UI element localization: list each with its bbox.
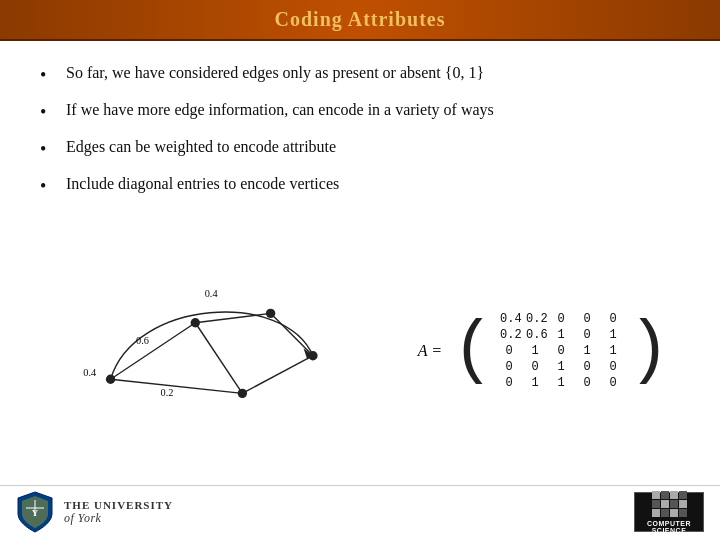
matrix-cell: 0 bbox=[604, 360, 622, 374]
matrix-cell: 0 bbox=[578, 376, 596, 390]
matrix-row: 01100 bbox=[500, 376, 622, 390]
title-text: Coding Attributes bbox=[275, 8, 446, 30]
matrix-label: A = bbox=[418, 342, 442, 360]
matrix-row: 01011 bbox=[500, 344, 622, 358]
svg-line-7 bbox=[195, 323, 242, 394]
matrix-row: 0.20.6101 bbox=[500, 328, 622, 342]
bullet-dot: • bbox=[40, 62, 58, 88]
matrix-cell: 0 bbox=[526, 360, 544, 374]
matrix-data: 0.40.20000.20.6101010110010001100 bbox=[500, 312, 622, 390]
matrix-cell: 1 bbox=[604, 328, 622, 342]
university-name-italic: of York bbox=[64, 511, 173, 526]
matrix-bracket-right: ) bbox=[628, 316, 670, 386]
matrix-cell: 0.2 bbox=[526, 312, 544, 326]
matrix-cell: 0 bbox=[604, 312, 622, 326]
matrix-cell: 0 bbox=[500, 344, 518, 358]
svg-text:0.6: 0.6 bbox=[136, 336, 149, 347]
svg-point-12 bbox=[191, 318, 200, 327]
cs-label: COMPUTER SCIENCE bbox=[638, 520, 700, 534]
diagram-area: 0.4 0.6 0.2 bbox=[40, 227, 680, 475]
svg-point-14 bbox=[308, 351, 317, 360]
logo-left: Y THE UNIVERSITY of York bbox=[16, 490, 173, 534]
bullet-item: •If we have more edge information, can e… bbox=[40, 98, 680, 125]
matrix-area: A = ( 0.40.20000.20.6101010110010001100 … bbox=[418, 312, 670, 390]
svg-line-6 bbox=[195, 314, 270, 323]
matrix-cell: 1 bbox=[552, 376, 570, 390]
graph-svg: 0.4 0.6 0.2 bbox=[50, 271, 350, 431]
matrix-cell: 0.4 bbox=[500, 312, 518, 326]
slide: Coding Attributes •So far, we have consi… bbox=[0, 0, 720, 540]
svg-line-8 bbox=[271, 314, 313, 356]
matrix-cell: 0 bbox=[578, 328, 596, 342]
svg-line-9 bbox=[242, 356, 313, 394]
content-area: •So far, we have considered edges only a… bbox=[0, 41, 720, 485]
shield-logo: Y bbox=[16, 490, 54, 534]
slide-title: Coding Attributes bbox=[0, 0, 720, 41]
bullet-item: •Edges can be weighted to encode attribu… bbox=[40, 135, 680, 162]
matrix-bracket-left: ( bbox=[452, 316, 494, 386]
matrix-cell: 0 bbox=[552, 344, 570, 358]
svg-point-15 bbox=[238, 389, 247, 398]
bullet-text: If we have more edge information, can en… bbox=[66, 98, 680, 121]
university-name: THE UNIVERSITY bbox=[64, 499, 173, 511]
university-text: THE UNIVERSITY of York bbox=[64, 499, 173, 526]
matrix-row: 0.40.2000 bbox=[500, 312, 622, 326]
bullet-dot: • bbox=[40, 173, 58, 199]
svg-text:0.4: 0.4 bbox=[205, 289, 219, 300]
matrix-cell: 0 bbox=[604, 376, 622, 390]
bullet-item: •Include diagonal entries to encode vert… bbox=[40, 172, 680, 199]
matrix-row: 00100 bbox=[500, 360, 622, 374]
bullet-dot: • bbox=[40, 99, 58, 125]
bullet-dot: • bbox=[40, 136, 58, 162]
svg-point-13 bbox=[266, 309, 275, 318]
svg-text:0.2: 0.2 bbox=[160, 387, 173, 398]
matrix-cell: 1 bbox=[578, 344, 596, 358]
matrix-cell: 1 bbox=[552, 360, 570, 374]
cs-logo: COMPUTER SCIENCE bbox=[634, 492, 704, 532]
matrix-cell: 0.2 bbox=[500, 328, 518, 342]
svg-text:0.4: 0.4 bbox=[83, 368, 97, 379]
matrix-cell: 0 bbox=[552, 312, 570, 326]
footer-area: Y THE UNIVERSITY of York bbox=[0, 485, 720, 540]
bullet-list: •So far, we have considered edges only a… bbox=[40, 61, 680, 209]
bullet-text: Edges can be weighted to encode attribut… bbox=[66, 135, 680, 158]
matrix-cell: 0 bbox=[578, 360, 596, 374]
matrix-cell: 1 bbox=[604, 344, 622, 358]
matrix-cell: 0 bbox=[500, 360, 518, 374]
svg-line-2 bbox=[111, 323, 196, 379]
svg-point-10 bbox=[106, 375, 115, 384]
matrix-cell: 0.6 bbox=[526, 328, 544, 342]
matrix-cell: 1 bbox=[552, 328, 570, 342]
matrix-cell: 0 bbox=[500, 376, 518, 390]
bullet-item: •So far, we have considered edges only a… bbox=[40, 61, 680, 88]
matrix-cell: 1 bbox=[526, 376, 544, 390]
matrix-cell: 0 bbox=[578, 312, 596, 326]
bullet-text: Include diagonal entries to encode verti… bbox=[66, 172, 680, 195]
svg-line-4 bbox=[111, 379, 243, 393]
matrix-cell: 1 bbox=[526, 344, 544, 358]
bullet-text: So far, we have considered edges only as… bbox=[66, 61, 680, 84]
